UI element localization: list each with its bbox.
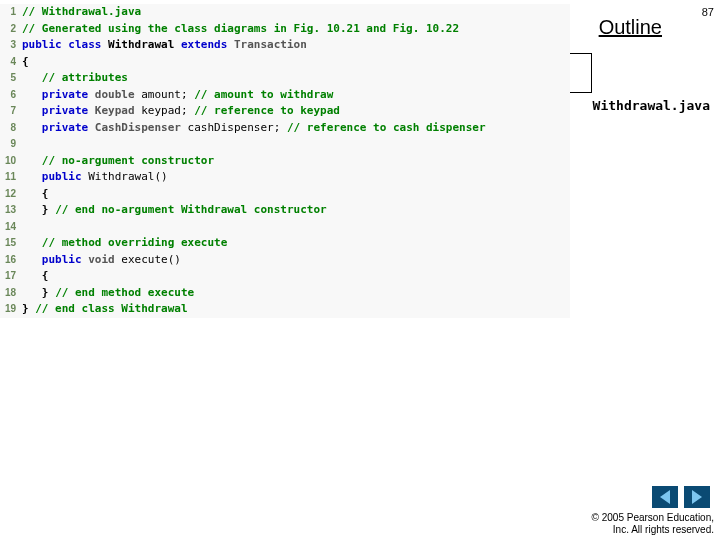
code-keyword: public class — [22, 38, 101, 51]
code-comment: // amount to withdraw — [194, 88, 333, 101]
code-keyword: extends — [181, 38, 227, 51]
line-number: 6 — [0, 87, 22, 104]
page-number: 87 — [702, 6, 714, 18]
line-number: 17 — [0, 268, 22, 285]
line-number: 10 — [0, 153, 22, 170]
code-comment: // end method execute — [55, 286, 194, 299]
line-number: 3 — [0, 37, 22, 54]
code-comment: // end class Withdrawal — [35, 302, 187, 315]
code-comment: // no-argument constructor — [22, 154, 214, 167]
code-type: void — [82, 253, 115, 266]
line-number: 11 — [0, 169, 22, 186]
line-number: 9 — [0, 136, 22, 153]
line-number: 16 — [0, 252, 22, 269]
code-comment: // end no-argument Withdrawal constructo… — [55, 203, 327, 216]
code-comment: // reference to cash dispenser — [287, 121, 486, 134]
line-number: 14 — [0, 219, 22, 236]
line-number: 18 — [0, 285, 22, 302]
code-brace: { — [22, 55, 29, 68]
line-number: 12 — [0, 186, 22, 203]
line-number: 5 — [0, 70, 22, 87]
code-brace: } — [22, 286, 55, 299]
code-keyword: public — [22, 170, 82, 183]
code-type: Keypad — [88, 104, 134, 117]
code-type: CashDispenser — [88, 121, 181, 134]
code-text: amount; — [135, 88, 195, 101]
line-number: 15 — [0, 235, 22, 252]
copyright-notice: © 2005 Pearson Education, Inc. All right… — [592, 512, 714, 536]
line-number: 8 — [0, 120, 22, 137]
code-keyword: public — [22, 253, 82, 266]
nav-buttons — [652, 486, 710, 508]
code-type: double — [88, 88, 134, 101]
line-number: 13 — [0, 202, 22, 219]
prev-button[interactable] — [652, 486, 678, 508]
next-button[interactable] — [684, 486, 710, 508]
code-keyword: private — [22, 121, 88, 134]
code-identifier: Withdrawal — [101, 38, 180, 51]
code-comment: // Generated using the class diagrams in… — [22, 22, 459, 35]
code-comment: // attributes — [22, 71, 128, 84]
code-comment: // method overriding execute — [22, 236, 227, 249]
code-brace: { — [22, 187, 49, 200]
code-keyword: private — [22, 104, 88, 117]
code-listing: 1// Withdrawal.java 2// Generated using … — [0, 4, 570, 318]
copyright-line: © 2005 Pearson Education, — [592, 512, 714, 524]
code-text: keypad; — [135, 104, 195, 117]
code-text: Withdrawal() — [82, 170, 168, 183]
filename-label: Withdrawal.java — [593, 98, 710, 113]
code-type: Transaction — [227, 38, 306, 51]
line-number: 1 — [0, 4, 22, 21]
line-number: 7 — [0, 103, 22, 120]
line-number: 4 — [0, 54, 22, 71]
code-brace: { — [22, 269, 49, 282]
code-comment: // Withdrawal.java — [22, 5, 141, 18]
outline-heading: Outline — [599, 16, 662, 39]
code-brace: } — [22, 203, 55, 216]
line-number: 2 — [0, 21, 22, 38]
code-keyword: private — [22, 88, 88, 101]
triangle-left-icon — [660, 490, 670, 504]
code-text: cashDispenser; — [181, 121, 287, 134]
code-comment: // reference to keypad — [194, 104, 340, 117]
triangle-right-icon — [692, 490, 702, 504]
code-brace: } — [22, 302, 35, 315]
line-number: 19 — [0, 301, 22, 318]
copyright-line: Inc. All rights reserved. — [592, 524, 714, 536]
code-text: execute() — [115, 253, 181, 266]
